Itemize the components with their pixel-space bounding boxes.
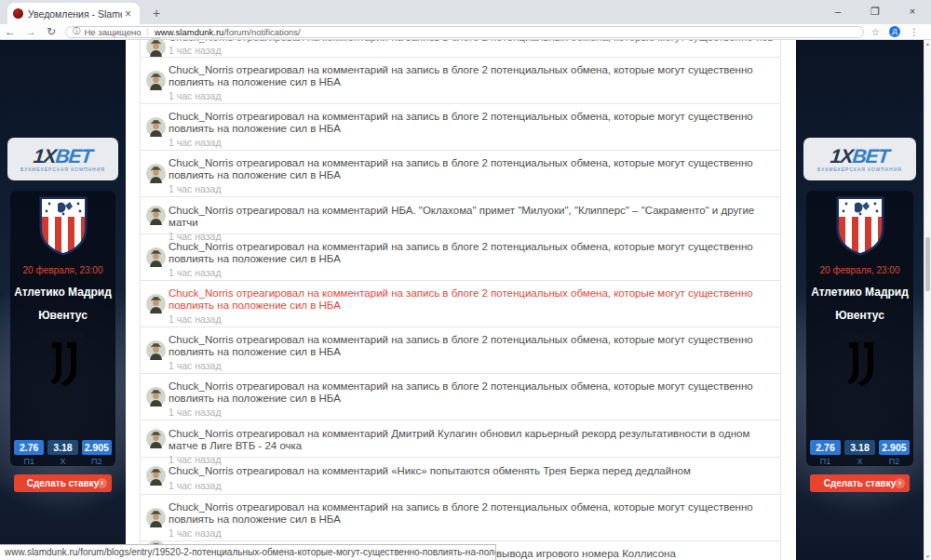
odd-away-label: П2	[82, 457, 112, 466]
juventus-logo-icon: JUVENTUS	[41, 331, 86, 387]
notification-row[interactable]: Chuck_Norris отреагировал на комментарий…	[141, 197, 780, 234]
forward-icon[interactable]: →	[20, 25, 41, 38]
user-avatar	[146, 164, 166, 183]
notification-time: 1 час назад	[169, 407, 780, 418]
scrollbar-thumb[interactable]	[925, 237, 930, 291]
notification-row[interactable]: Chuck_Norris отреагировал на комментарий…	[141, 420, 780, 458]
odd-home-value[interactable]: 2.76	[810, 440, 841, 455]
browser-menu-icon[interactable]: ⋮	[910, 27, 919, 37]
notification-time: 1 час назад	[169, 183, 780, 194]
address-bar[interactable]: ⓘ Не защищено | www.slamdunk.ru /forum/n…	[65, 26, 864, 38]
notification-time: 1 час назад	[169, 137, 780, 148]
new-tab-button[interactable]: +	[147, 5, 166, 23]
notification-row[interactable]: Chuck_Norris отреагировал на комментарий…	[141, 327, 780, 374]
tab-strip: Уведомления - Slamdunk.ru | Ба × + – ❐ ×	[0, 0, 931, 24]
user-avatar	[146, 37, 166, 57]
place-bet-button[interactable]: Сделать ставку›	[14, 474, 112, 492]
scroll-down-icon[interactable]: ▼	[924, 553, 931, 559]
minimize-button[interactable]: –	[819, 0, 857, 24]
team-home: Атлетико Мадрид	[10, 286, 115, 299]
odd-home-label: П1	[810, 457, 841, 466]
ad-banner-left[interactable]: 1XBET БУКМЕКЕРСКАЯ КОМПАНИЯ	[0, 40, 126, 560]
place-bet-label: Сделать ставку	[824, 478, 897, 488]
notification-time: 1 час назад	[169, 90, 780, 101]
separator: |	[147, 27, 149, 36]
notification-text: Chuck_Norris отреагировал на комментарий…	[169, 197, 773, 228]
atletico-madrid-crest-icon	[834, 196, 886, 258]
bookmark-star-icon[interactable]: ☆	[871, 27, 880, 37]
info-icon[interactable]: ⓘ	[73, 26, 81, 37]
notification-text: Chuck_Norris отреагировал на комментарий…	[169, 104, 773, 134]
notification-time: 1 час назад	[169, 267, 780, 278]
chevron-right-icon: ›	[97, 478, 107, 488]
site-favicon-icon	[13, 8, 23, 19]
odd-draw[interactable]: 3.18 X	[844, 440, 875, 466]
odd-draw[interactable]: 3.18 X	[47, 440, 77, 466]
odds-row: 2.76 П1 3.18 X 2.905 П2	[14, 440, 112, 466]
user-avatar	[146, 466, 166, 486]
browser-window: Уведомления - Slamdunk.ru | Ба × + – ❐ ×…	[0, 0, 931, 560]
odd-away-value[interactable]: 2.905	[82, 440, 112, 455]
odd-home[interactable]: 2.76 П1	[810, 440, 841, 466]
browser-tab[interactable]: Уведомления - Slamdunk.ru | Ба ×	[7, 3, 140, 24]
logo-bet: BET	[852, 145, 890, 167]
odd-home[interactable]: 2.76 П1	[14, 440, 44, 466]
place-bet-label: Сделать ставку	[27, 478, 100, 488]
user-avatar	[146, 429, 166, 448]
user-avatar	[146, 508, 166, 527]
logo-1x: 1X	[33, 145, 57, 167]
user-avatar	[146, 206, 166, 225]
notification-time: 1 час назад	[169, 360, 780, 371]
odd-away-value[interactable]: 2.905	[879, 440, 910, 455]
bookmaker-logo-card[interactable]: 1XBET БУКМЕКЕРСКАЯ КОМПАНИЯ	[7, 138, 118, 180]
notification-text: Chuck_Norris отреагировал на комментарий…	[169, 458, 773, 477]
odd-draw-label: X	[47, 457, 77, 466]
notification-time: 1 час назад	[169, 480, 780, 491]
browser-toolbar: ← → ↻ ⓘ Не защищено | www.slamdunk.ru /f…	[0, 24, 931, 40]
notification-row[interactable]: Chuck_Norris отреагировал на комментарий…	[141, 234, 780, 281]
scroll-up-icon[interactable]: ▲	[924, 41, 931, 47]
ad-banner-right[interactable]: 1XBET БУКМЕКЕРСКАЯ КОМПАНИЯ	[796, 40, 924, 560]
notification-row[interactable]: Chuck_Norris отреагировал на комментарий…	[141, 281, 780, 327]
page-viewport: 1XBET БУКМЕКЕРСКАЯ КОМПАНИЯ	[0, 40, 931, 560]
user-avatar	[146, 247, 166, 267]
odd-away[interactable]: 2.905 П2	[879, 440, 910, 466]
notification-row[interactable]: Chuck_Norris отреагировал на комментарий…	[141, 458, 780, 495]
team-away: Ювентус	[10, 309, 115, 322]
odd-away[interactable]: 2.905 П2	[82, 440, 112, 466]
notification-text: Chuck_Norris отреагировал на комментарий…	[169, 234, 773, 264]
reload-icon[interactable]: ↻	[41, 25, 61, 38]
status-bar-url: www.slamdunk.ru/forum/blogs/entry/19520-…	[0, 544, 496, 560]
url-path: /forum/notifications/	[223, 27, 300, 37]
notifications-list: Chuck_Norris отреагировал на комментарий…	[140, 40, 781, 559]
place-bet-button[interactable]: Сделать ставку›	[810, 474, 910, 492]
clipped-text: Chuck_Norris отреагировал на комментарий…	[169, 40, 773, 44]
maximize-button[interactable]: ❐	[857, 0, 894, 24]
match-date: 20 февраля, 23:00	[806, 265, 913, 275]
bookmaker-logo-card[interactable]: 1XBET БУКМЕКЕРСКАЯ КОМПАНИЯ	[803, 138, 916, 180]
bookmaker-logo: 1XBET	[33, 147, 93, 166]
odds-row: 2.76 П1 3.18 X 2.905 П2	[810, 440, 910, 466]
odd-home-value[interactable]: 2.76	[14, 440, 44, 455]
odd-draw-value[interactable]: 3.18	[47, 440, 77, 455]
notification-row[interactable]: Chuck_Norris отреагировал на комментарий…	[141, 104, 780, 151]
tab-close-icon[interactable]: ×	[122, 7, 134, 20]
user-avatar	[146, 294, 166, 313]
user-avatar	[146, 117, 166, 137]
notification-row[interactable]: Chuck_Norris отреагировал на комментарий…	[141, 151, 780, 197]
odd-draw-label: X	[844, 457, 875, 466]
notification-text: Chuck_Norris отреагировал на комментарий…	[169, 495, 773, 525]
profile-avatar[interactable]: Д	[889, 26, 900, 37]
notification-row[interactable]: Chuck_Norris отреагировал на комментарий…	[141, 40, 780, 58]
close-button[interactable]: ×	[894, 0, 931, 24]
odd-draw-value[interactable]: 3.18	[844, 440, 875, 455]
notification-row[interactable]: Chuck_Norris отреагировал на комментарий…	[141, 374, 780, 420]
notification-text: Chuck_Norris отреагировал на комментарий…	[169, 420, 773, 451]
page-scrollbar[interactable]: ▲ ▼	[924, 40, 931, 560]
bookmaker-tagline: БУКМЕКЕРСКАЯ КОМПАНИЯ	[20, 167, 105, 172]
odd-away-label: П2	[879, 457, 910, 466]
notification-text: Chuck_Norris отреагировал на комментарий…	[169, 281, 773, 311]
notification-row[interactable]: Chuck_Norris отреагировал на комментарий…	[141, 58, 780, 104]
back-icon[interactable]: ←	[0, 25, 20, 38]
notification-row[interactable]: Chuck_Norris отреагировал на комментарий…	[141, 495, 780, 541]
